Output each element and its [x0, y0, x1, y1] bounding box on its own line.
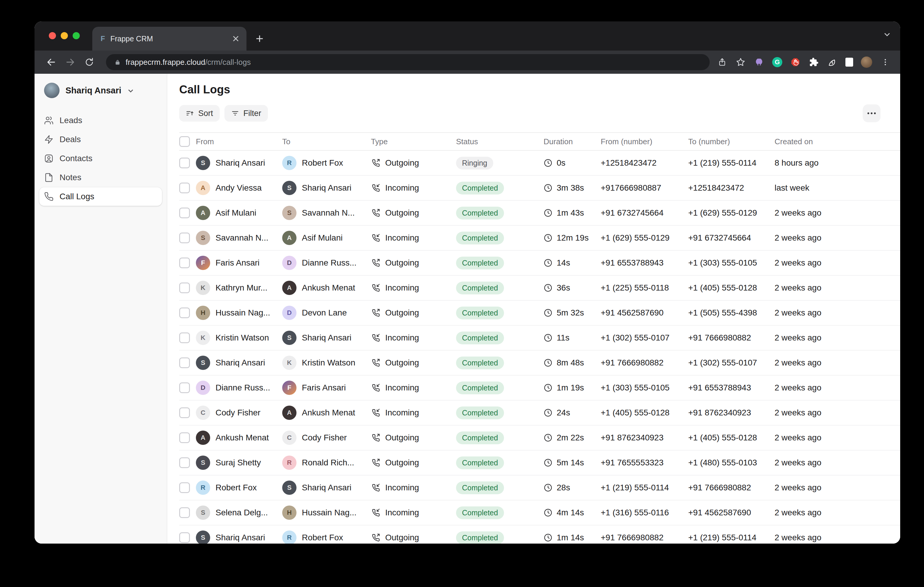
created-on-cell: 8 hours ago — [775, 158, 900, 168]
zoom-window-button[interactable] — [73, 32, 80, 39]
table-row[interactable]: SShariq AnsariRRobert FoxOutgoingComplet… — [179, 525, 900, 544]
sidebar-item-notes[interactable]: Notes — [39, 168, 162, 187]
row-checkbox[interactable] — [179, 332, 190, 343]
row-checkbox[interactable] — [179, 283, 190, 293]
table-row[interactable]: RRobert FoxSShariq AnsariIncomingComplet… — [179, 475, 900, 500]
browser-profile-avatar[interactable] — [861, 56, 872, 68]
row-checkbox[interactable] — [179, 532, 190, 543]
share-icon[interactable] — [717, 57, 728, 67]
status-cell: Completed — [456, 506, 544, 519]
table-row[interactable]: CCody FisherAAnkush MenatIncomingComplet… — [179, 401, 900, 426]
tab-search-chevron-icon[interactable] — [883, 31, 891, 38]
tab-close-icon[interactable] — [231, 34, 241, 43]
table-row[interactable]: AAnkush MenatCCody FisherOutgoingComplet… — [179, 426, 900, 451]
profile-switcher[interactable]: Shariq Ansari — [35, 74, 167, 110]
row-checkbox[interactable] — [179, 258, 190, 268]
created-on: 2 weeks ago — [775, 533, 821, 543]
adblock-extension-icon[interactable] — [790, 57, 801, 67]
receiver-cell: CCody Fisher — [282, 431, 371, 445]
sidebar-item-call-logs[interactable]: Call Logs — [39, 187, 162, 206]
sidebar-item-label: Deals — [59, 135, 81, 144]
table-row[interactable]: SShariq AnsariRRobert FoxOutgoingRinging… — [179, 151, 900, 176]
row-checkbox[interactable] — [179, 158, 190, 168]
browser-tab[interactable]: F Frappe CRM — [92, 27, 246, 51]
table-row[interactable]: SShariq AnsariKKristin WatsonOutgoingCom… — [179, 350, 900, 376]
minimize-window-button[interactable] — [61, 32, 68, 39]
back-button[interactable] — [43, 54, 59, 71]
call-type: Incoming — [385, 283, 419, 293]
table-row[interactable]: SSelena Delg...HHussain Nag...IncomingCo… — [179, 500, 900, 525]
receiver-cell: KKristin Watson — [282, 356, 371, 370]
row-checkbox[interactable] — [179, 482, 190, 493]
browser-menu-icon[interactable] — [880, 57, 891, 67]
header-checkbox-cell — [179, 136, 196, 147]
caller-name: Cody Fisher — [216, 408, 261, 418]
table-row[interactable]: AAsif MulaniSSavannah N...OutgoingComple… — [179, 201, 900, 226]
table-row[interactable]: KKristin WatsonSShariq AnsariIncomingCom… — [179, 326, 900, 350]
to-number-cell: +12518423472 — [688, 183, 775, 193]
table-row[interactable]: HHussain Nag...DDevon LaneOutgoingComple… — [179, 301, 900, 326]
sidebar-item-contacts[interactable]: Contacts — [39, 149, 162, 168]
row-checkbox[interactable] — [179, 457, 190, 468]
table-row[interactable]: SSavannah N...AAsif MulaniIncomingComple… — [179, 226, 900, 251]
extensions-puzzle-icon[interactable] — [808, 57, 819, 67]
status-badge: Ringing — [456, 157, 493, 169]
sidebar-item-deals[interactable]: Deals — [39, 130, 162, 149]
call-type-cell: Outgoing — [371, 533, 456, 543]
energy-saver-leaf-icon[interactable] — [827, 57, 838, 67]
caller-cell: SSelena Delg... — [196, 505, 282, 520]
row-checkbox[interactable] — [179, 233, 190, 243]
duration-cell: 0s — [544, 158, 601, 168]
side-panel-icon[interactable] — [845, 58, 853, 67]
close-window-button[interactable] — [49, 32, 56, 39]
column-header-from: From — [196, 137, 282, 146]
avatar: S — [196, 231, 210, 245]
forward-button[interactable] — [62, 54, 79, 71]
row-checkbox[interactable] — [179, 207, 190, 218]
select-all-checkbox[interactable] — [179, 136, 190, 147]
call-type-cell: Incoming — [371, 233, 456, 243]
grammarly-extension-icon[interactable]: G — [772, 57, 782, 67]
window-controls[interactable] — [49, 32, 80, 39]
to-number: +1 (219) 555-0114 — [688, 158, 756, 168]
avatar: C — [196, 406, 210, 420]
new-tab-button[interactable] — [251, 30, 268, 47]
status-badge: Completed — [456, 531, 504, 544]
table-row[interactable]: KKathryn Mur...AAnkush MenatIncomingComp… — [179, 276, 900, 301]
status-badge: Completed — [456, 307, 504, 319]
github-extension-icon[interactable] — [754, 57, 764, 67]
row-checkbox[interactable] — [179, 382, 190, 393]
table-row[interactable]: AAndy ViessaSShariq AnsariIncomingComple… — [179, 176, 900, 201]
table-row[interactable]: FFaris AnsariDDianne Russ...OutgoingComp… — [179, 251, 900, 276]
table-row[interactable]: SSuraj ShettyRRonald Rich...OutgoingComp… — [179, 451, 900, 475]
table-row[interactable]: DDianne Russ...FFaris AnsariIncomingComp… — [179, 376, 900, 401]
row-checkbox[interactable] — [179, 507, 190, 518]
row-checkbox[interactable] — [179, 183, 190, 193]
row-checkbox[interactable] — [179, 432, 190, 443]
sidebar-item-leads[interactable]: Leads — [39, 111, 162, 130]
status-badge: Completed — [456, 257, 504, 270]
created-on: 8 hours ago — [775, 158, 818, 168]
row-checkbox-cell — [179, 408, 196, 418]
reload-button[interactable] — [81, 54, 97, 71]
phone-incoming-icon — [371, 283, 380, 293]
call-type-cell: Incoming — [371, 483, 456, 492]
to-number: +91 4562587690 — [688, 508, 751, 518]
bookmark-star-icon[interactable] — [735, 57, 746, 67]
row-checkbox[interactable] — [179, 307, 190, 318]
row-checkbox[interactable] — [179, 357, 190, 368]
to-number-cell: +1 (480) 555-0103 — [688, 458, 775, 467]
filter-button[interactable]: Filter — [224, 105, 268, 122]
receiver-cell: AAnkush Menat — [282, 406, 371, 420]
more-options-button[interactable] — [863, 104, 881, 122]
receiver-cell: AAsif Mulani — [282, 231, 371, 245]
address-bar[interactable]: frappecrm.frappe.cloud/crm/call-logs — [106, 54, 710, 70]
to-number-cell: +91 4562587690 — [688, 508, 775, 518]
duration: 1m 43s — [557, 208, 584, 218]
receiver-name: Cody Fisher — [302, 433, 347, 442]
to-number: +1 (405) 555-0128 — [688, 283, 757, 293]
call-type-cell: Outgoing — [371, 158, 456, 168]
row-checkbox[interactable] — [179, 408, 190, 418]
status-cell: Completed — [456, 482, 544, 494]
sort-button[interactable]: Sort — [179, 105, 220, 122]
